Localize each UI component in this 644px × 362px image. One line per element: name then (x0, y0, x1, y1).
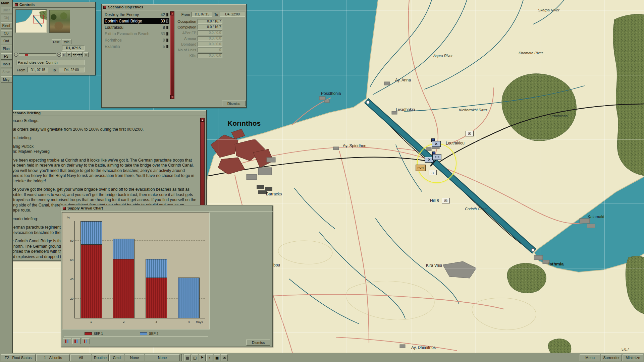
objectives-period: From D1, 07:15 To D4, 22:00 (152, 12, 245, 17)
y-tick-label: 20 (66, 297, 73, 300)
sep1-segment (113, 259, 135, 318)
chart-plot: 204060801234 (74, 221, 205, 318)
legend-swatch (140, 332, 147, 335)
time-slider[interactable] (19, 53, 56, 56)
stat-row: Kills0.0 / 0.0 (149, 53, 222, 58)
sidebar-item-ord[interactable]: Ord (1, 38, 12, 44)
stat-row: Occupation0.0 / 16.7 (149, 18, 222, 24)
screen-icon[interactable]: ▣ (214, 354, 220, 361)
toolbar-separator (181, 354, 182, 361)
dismiss-button[interactable]: Dismiss (222, 101, 246, 106)
play-button[interactable]: ▶ (67, 52, 72, 57)
slider-thumb[interactable] (25, 54, 28, 56)
controls-title: Controls (19, 3, 35, 7)
toolbar-1-all-units[interactable]: 1 - All units (36, 354, 70, 361)
fastest-forward-button[interactable]: ▶▶▶ (77, 52, 83, 57)
toolbar-f2-rout-status[interactable]: F2 - Rout Status (1, 354, 36, 361)
sidebar-item-fs[interactable]: FS (1, 53, 12, 60)
chart-toggle-1[interactable] (63, 338, 71, 344)
supply-bar (146, 221, 167, 318)
to-value: D4, 22:00 (59, 67, 85, 72)
canal-port-south (531, 248, 535, 252)
toolbar-surrender[interactable]: Surrender (601, 354, 622, 361)
lose-button[interactable]: Lose (52, 39, 61, 44)
toolbar-all[interactable]: All (70, 354, 91, 361)
unit-counter[interactable]: ✕ (432, 141, 441, 147)
briefing-paragraph: Allies briefing: (7, 135, 198, 141)
supply-title: Supply Arrival Chart (67, 206, 103, 210)
canal-port-north (366, 101, 370, 104)
dismiss-button[interactable]: Dismiss (246, 340, 270, 346)
controls-titlebar[interactable]: Controls (13, 2, 95, 8)
y-tick-label: 80 (66, 239, 73, 242)
stat-row: Bombard0.0 / 0.0 (149, 41, 222, 47)
from-label: From (17, 68, 25, 72)
toolbar-right: MenuSurrenderMinimize (580, 354, 643, 361)
minimap[interactable] (15, 9, 47, 33)
armour-symbol (435, 156, 439, 158)
briefing-titlebar[interactable]: Scenario Briefing (4, 110, 206, 116)
sidebar-item-tools[interactable]: Tools (1, 61, 12, 67)
fast-forward-button[interactable]: ▶▶ (72, 52, 77, 57)
infantry-symbol: ✕ (435, 142, 438, 146)
chart-bar-slot: 3 (140, 221, 173, 318)
flag-icon[interactable]: ⚑ (199, 354, 206, 361)
objective-marker[interactable]: ✉ (442, 198, 450, 203)
sidebar-item-ob[interactable]: OB (1, 30, 12, 37)
y-tick-label: 40 (66, 278, 73, 281)
x-tick-label: 4 (188, 320, 190, 323)
bridge-counter[interactable]: ∩ (429, 170, 437, 175)
unit-counter[interactable] (432, 154, 441, 160)
win-button[interactable]: Win (62, 39, 71, 44)
chart-toggle-3[interactable] (82, 338, 90, 344)
briefing-title: Scenario Briefing (10, 111, 41, 115)
x-tick-label: 1 (90, 320, 92, 323)
version-label: 5.0.7 (622, 348, 629, 351)
toolbar-none[interactable]: None (145, 354, 180, 361)
zoom-out-icon[interactable]: − (14, 53, 18, 57)
panel-icon (63, 207, 66, 210)
chart-bar-slot: 1 (75, 221, 107, 318)
from-label: From (181, 12, 190, 16)
scroll-down-icon[interactable]: ▼ (170, 95, 174, 99)
objectives-panel: Scenario Objectives Destroy the Enemy42C… (101, 4, 247, 108)
panel-icon (103, 6, 106, 9)
scroll-up-icon[interactable]: ▲ (201, 118, 204, 122)
toolbar-minimize[interactable]: Minimize (623, 354, 643, 361)
chart-bar-slot: 2 (107, 221, 140, 318)
grid-icon[interactable]: ▦ (184, 354, 191, 361)
game-clock: D1, 07:15 (62, 46, 85, 51)
sidebar-item-plan[interactable]: Plan (1, 46, 12, 52)
toolbar-routine[interactable]: Routine (92, 354, 109, 361)
sep2-segment (146, 259, 167, 278)
objectives-title: Scenario Objectives (108, 5, 143, 9)
zoom-in-icon[interactable]: + (57, 53, 61, 57)
toolbar-none[interactable]: None (125, 354, 144, 361)
toolbar-left: F2 - Rout Status1 - All unitsAllRoutineC… (1, 354, 180, 361)
fort-counter[interactable]: FOR (416, 165, 426, 171)
supply-titlebar[interactable]: Supply Arrival Chart (61, 205, 273, 211)
mail-icon[interactable]: ✉ (221, 354, 228, 361)
scenario-name-field: Parachutes over Corinth (16, 60, 85, 65)
objectives-titlebar[interactable]: Scenario Objectives (102, 4, 246, 10)
sep1-segment (146, 278, 167, 318)
briefing-paragraph: Scenario Settings: (7, 118, 198, 124)
supply-bar (113, 221, 135, 318)
objective-marker[interactable]: ✉ (466, 131, 474, 136)
chart-surface: % 204060801234 Days (62, 212, 210, 329)
infantry-symbol: ✕ (428, 158, 431, 162)
arrow-up-icon[interactable]: ↑ (206, 354, 213, 361)
pause-button[interactable]: II (61, 52, 66, 57)
restart-button[interactable]: R (84, 52, 89, 57)
chart-toggle-2[interactable] (72, 338, 80, 344)
sidebar-item-msg[interactable]: Msg (1, 76, 12, 83)
minimap-graphic (16, 10, 47, 33)
legend-item: SEP 1 (85, 332, 103, 336)
stat-row: Completion0.0 / 16.7 (149, 24, 222, 30)
sep2-segment (113, 239, 135, 259)
legend-item: SEP 2 (140, 332, 158, 336)
layers-icon[interactable]: ◫ (192, 354, 198, 361)
toolbar-menu[interactable]: Menu (580, 354, 600, 361)
sidebar-item-reinf[interactable]: Reinf (1, 22, 12, 29)
toolbar-cmd[interactable]: Cmd (109, 354, 124, 361)
